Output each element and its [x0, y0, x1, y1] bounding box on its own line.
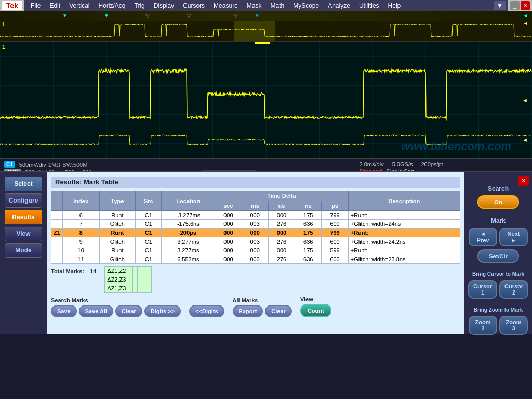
cell-us: 000	[268, 229, 295, 237]
close-button[interactable]: ✕	[521, 1, 530, 10]
configure-button[interactable]: Configure	[5, 193, 42, 208]
cell-description: +Runt:	[348, 246, 460, 255]
cell-type: Glitch	[99, 237, 136, 246]
cell-ns: 636	[295, 237, 322, 246]
cell-src: C1	[136, 255, 162, 264]
cell-us: 000	[268, 211, 295, 220]
menu-analyze[interactable]: Analyze	[324, 1, 354, 10]
ch1-scale: 500mV/div	[19, 162, 46, 168]
ch1-label-overview: 1	[2, 22, 5, 28]
bring-zoom-label: Bring Zoom to Mark	[469, 307, 528, 313]
clear-search-button[interactable]: Clear	[115, 305, 142, 317]
zoom2-button[interactable]: Zoom 2	[469, 316, 497, 335]
export-button[interactable]: Export	[233, 305, 263, 317]
save-button[interactable]: Save	[51, 305, 77, 317]
menu-myscope[interactable]: MyScope	[289, 1, 323, 10]
menu-horizacq[interactable]: Horiz/Acq	[94, 1, 129, 10]
menu-edit[interactable]: Edit	[45, 1, 64, 10]
table-row: 7 Glitch C1 -175.6ns 000 003 276 636 600…	[51, 220, 460, 229]
menu-trig[interactable]: Trig	[130, 1, 149, 10]
view-button[interactable]: View	[5, 227, 42, 241]
ch1-bw: BW:500M	[62, 162, 87, 168]
cell-ps: 600	[322, 220, 348, 229]
setclr-button[interactable]: Set/Clr	[477, 249, 519, 263]
menu-cursors[interactable]: Cursors	[179, 1, 209, 10]
z1-marker	[51, 237, 63, 246]
panel-close-button[interactable]: ✕	[518, 176, 529, 186]
col-ns: ns	[295, 201, 322, 211]
menu-measure[interactable]: Measure	[209, 1, 242, 10]
z1-marker	[51, 255, 63, 264]
menu-display[interactable]: Display	[150, 1, 178, 10]
cell-description: +Runt:	[348, 229, 460, 237]
view-label: View	[300, 296, 331, 302]
scope-display: ▼ ▼ ▽ ▽ ▽ ▼ ◄ 1 ◄ 1 ◄ ◄ www.tehencom.com…	[0, 11, 532, 172]
cursor1-button[interactable]: Cursor 1	[468, 280, 497, 299]
menu-dropdown[interactable]: ▼	[494, 1, 506, 10]
search-marks-group: Search Marks Save Save All Clear Digits …	[51, 297, 181, 317]
cell-description: +Glitch: width=24.2ns	[348, 237, 460, 246]
cell-index: 8	[62, 229, 99, 237]
status-middle: A' C1 Runt	[102, 161, 355, 172]
clear-all-button[interactable]: Clear	[265, 305, 292, 317]
zoom3-button[interactable]: Zoom 3	[499, 316, 528, 335]
col-location: Location	[162, 191, 215, 211]
right-panel: ✕ Search On Mark ◄ Prev Next ► Set/Clr B…	[464, 172, 532, 334]
cell-index: 6	[62, 211, 99, 220]
search-on-button[interactable]: On	[477, 195, 519, 209]
app-logo: Tek	[2, 1, 22, 10]
status-stopped: Stopped	[360, 168, 382, 172]
select-button[interactable]: Select	[5, 177, 42, 191]
cell-location: -3.277ms	[162, 211, 215, 220]
total-marks-label: Total Marks: 14	[51, 268, 96, 274]
digits2-button[interactable]: <<Digits	[189, 305, 224, 317]
results-title: Results: Mark Table	[51, 177, 460, 188]
cursor2-button[interactable]: Cursor 2	[499, 280, 528, 299]
marker-cyan-1: ▼	[62, 12, 68, 18]
all-marks-group: All Marks Export Clear	[233, 297, 292, 317]
digits-button[interactable]: Digits >>	[144, 305, 181, 317]
mark-table: Index Type Src Location Time Delta Descr…	[51, 191, 460, 264]
menu-help[interactable]: Help	[384, 1, 405, 10]
cell-ms: 003	[242, 237, 268, 246]
prev-next-row: ◄ Prev Next ►	[469, 228, 528, 246]
results-button[interactable]: Results	[5, 210, 42, 224]
overview-highlight	[234, 21, 275, 41]
cell-ps: 600	[322, 255, 348, 264]
marker-pink-2: ▽	[187, 12, 191, 18]
cell-us: 276	[268, 237, 295, 246]
menu-vertical[interactable]: Vertical	[65, 1, 94, 10]
cell-src: C1	[136, 237, 162, 246]
cursor-row: Cursor 1 Cursor 2	[468, 280, 528, 299]
cell-ns: 636	[295, 255, 322, 264]
main-waveform: 1 ◄ ◄ www.tehencom.com	[0, 42, 532, 158]
menu-file[interactable]: File	[26, 1, 45, 10]
delta-z2z3-label: ΔZ2,Z3	[105, 275, 128, 284]
cell-ms: 000	[242, 229, 268, 237]
left-nav: Select Configure Results View Mode	[0, 172, 47, 334]
col-type: Type	[99, 191, 136, 211]
minimize-button[interactable]: _	[510, 1, 520, 10]
mode-button[interactable]: Mode	[5, 243, 42, 258]
z1-marker: Z1	[51, 229, 63, 237]
menu-utilities[interactable]: Utilities	[355, 1, 383, 10]
timebase: 2.0ms/div	[360, 161, 384, 167]
count-button[interactable]: Count	[300, 304, 331, 317]
prev-button[interactable]: ◄ Prev	[469, 228, 497, 246]
cell-sec: 000	[215, 220, 242, 229]
delta-row-z2z3: ΔZ2,Z3	[105, 275, 152, 284]
cell-type: Glitch	[99, 220, 136, 229]
menu-math[interactable]: Math	[266, 1, 288, 10]
all-marks-btns: Export Clear	[233, 305, 292, 317]
next-button[interactable]: Next ►	[499, 228, 528, 246]
save-all-button[interactable]: Save All	[79, 305, 113, 317]
table-row: Z1 8 Runt C1 200ps 000 000 000 175 799 +…	[51, 229, 460, 237]
all-marks-label: All Marks	[233, 297, 292, 303]
main-arrow: ◄	[522, 97, 528, 103]
search-marks-btns: Save Save All Clear Digits >>	[51, 305, 181, 317]
status-right: 2.0ms/div 5.0GS/s 200ps/pt Stopped Singl…	[360, 161, 528, 172]
ch1-label-main: 1	[2, 44, 5, 50]
menu-mask[interactable]: Mask	[243, 1, 266, 10]
window-controls: _ ✕	[510, 1, 530, 10]
col-ms: ms	[242, 201, 268, 211]
